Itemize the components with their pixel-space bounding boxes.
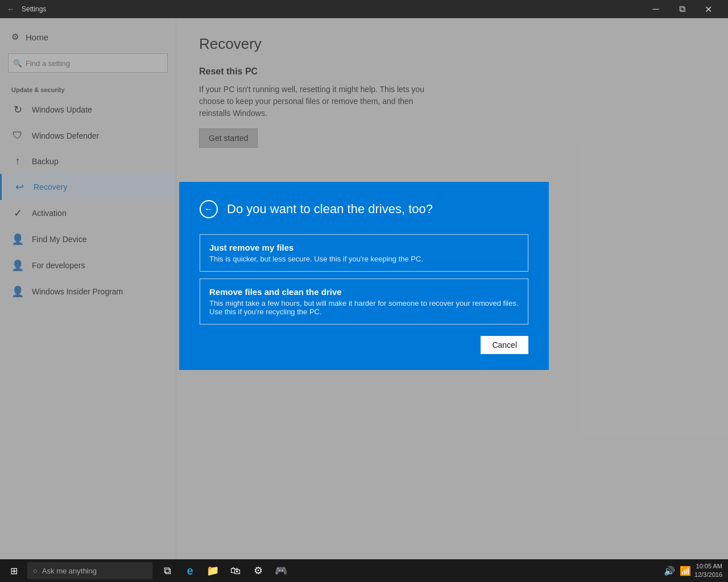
store-button[interactable]: 🛍 (225, 559, 246, 582)
option1-description: This is quicker, but less secure. Use th… (209, 255, 519, 263)
option1-heading: Just remove my files (209, 243, 519, 252)
taskbar: ⊞ ○ Ask me anything ⧉ e 📁 🛍 ⚙ 🎮 🔊 📶 10:0… (0, 559, 728, 582)
start-button[interactable]: ⊞ (0, 559, 27, 582)
cancel-button[interactable]: Cancel (481, 336, 528, 354)
taskbar-search[interactable]: ○ Ask me anything (27, 562, 152, 579)
taskbar-search-icon: ○ (33, 567, 38, 575)
volume-icon: 📶 (680, 566, 691, 576)
option2-description: This might take a few hours, but will ma… (209, 299, 519, 316)
taskbar-right: 🔊 📶 10:05 AM 12/3/2016 (664, 562, 728, 580)
dialog-header: ← Do you want to clean the drives, too? (200, 200, 528, 218)
taskbar-middle: ⧉ e 📁 🛍 ⚙ 🎮 (152, 559, 664, 582)
window-title: Settings (22, 5, 643, 13)
option-clean-drive[interactable]: Remove files and clean the drive This mi… (200, 278, 528, 325)
dialog-title: Do you want to clean the drives, too? (227, 202, 433, 217)
reset-dialog: ← Do you want to clean the drives, too? … (179, 182, 549, 370)
explorer-button[interactable]: 📁 (202, 559, 223, 582)
dialog-footer: Cancel (200, 336, 528, 354)
option-just-remove[interactable]: Just remove my files This is quicker, bu… (200, 234, 528, 272)
date-display: 12/3/2016 (694, 571, 722, 579)
titlebar: ← Settings ─ ⧉ ✕ (0, 0, 728, 18)
time-display: 10:05 AM (694, 562, 722, 571)
option2-heading: Remove files and clean the drive (209, 287, 519, 297)
network-icon: 🔊 (664, 566, 675, 576)
taskbar-search-text: Ask me anything (42, 567, 97, 575)
clock[interactable]: 10:05 AM 12/3/2016 (694, 562, 722, 580)
edge-button[interactable]: e (180, 559, 200, 582)
window-controls: ─ ⧉ ✕ (643, 0, 721, 18)
xbox-button[interactable]: 🎮 (271, 559, 291, 582)
back-button[interactable]: ← (7, 5, 15, 14)
task-view-button[interactable]: ⧉ (157, 559, 177, 582)
restore-button[interactable]: ⧉ (669, 0, 695, 18)
settings-button[interactable]: ⚙ (248, 559, 268, 582)
dialog-back-button[interactable]: ← (200, 200, 218, 218)
system-icons: 🔊 📶 (664, 566, 691, 576)
minimize-button[interactable]: ─ (643, 0, 669, 18)
close-button[interactable]: ✕ (695, 0, 721, 18)
